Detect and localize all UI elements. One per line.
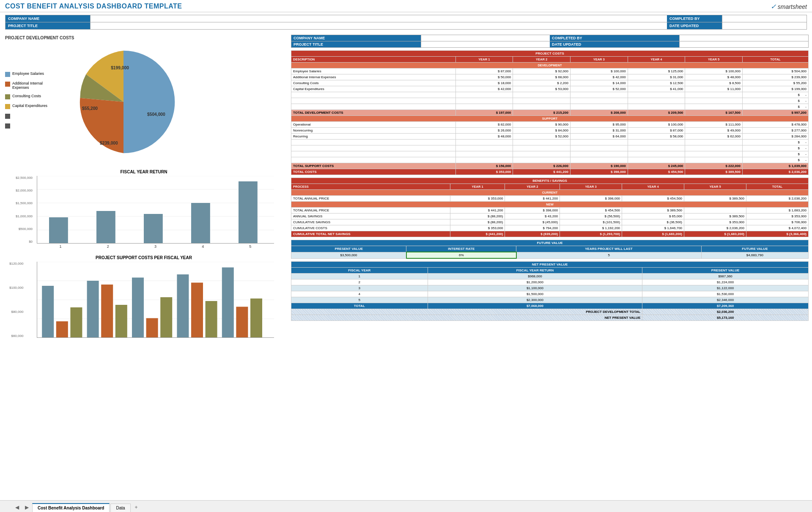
bar2-non-4: [191, 283, 203, 338]
table-row: Operational $ 82,000$ 90,000$ 95,000$ 10…: [291, 122, 809, 128]
bar2-op-5: [222, 268, 234, 338]
pie-label-4: $199,000: [111, 66, 129, 70]
company-name-label: COMPANY NAME: [5, 15, 90, 22]
bar2-rec-2: [115, 305, 127, 338]
bar1-bar-2: [96, 211, 115, 244]
annual-savings-row: ANNUAL SAVINGS $ (88,200)$ 43,200$ (56,5…: [291, 214, 809, 219]
bar2-op-2: [87, 281, 99, 338]
legend-label-3: Consulting Costs: [12, 94, 41, 98]
tab-data[interactable]: Data: [110, 504, 130, 510]
pie-label-2: $239,000: [100, 141, 118, 145]
new-total-row: TOTAL ANNUAL PRICE $ 441,200$ 398,000$ 4…: [291, 208, 809, 214]
legend-color-2: [5, 82, 10, 87]
bar1-title: FISCAL YEAR RETURN: [5, 170, 283, 174]
total-costs-row: TOTAL COSTS $ 353,000$ 441,200$ 398,000$…: [291, 169, 809, 175]
pc-section-header: PROJECT COSTS: [291, 51, 809, 57]
project-costs-table: PROJECT COSTS DESCRIPTION YEAR 1 YEAR 2 …: [291, 50, 809, 175]
date-updated-label: DATE UPDATED: [667, 22, 722, 29]
pie-chart: $504,000 $239,000 $55,200 $199,000: [64, 43, 183, 161]
tab-dashboard[interactable]: Cost Benefit Analysis Dashboard: [32, 503, 110, 510]
legend-color-6: [5, 123, 10, 129]
pie-svg: $504,000 $239,000 $55,200 $199,000: [64, 43, 183, 161]
bar2-non-1: [56, 321, 68, 338]
right-panel: COMPANY NAME COMPLETED BY PROJECT TITLE …: [288, 32, 812, 510]
bar2-non-5: [236, 307, 248, 338]
col-y4: YEAR 4: [628, 57, 685, 63]
legend-item-6: [5, 123, 60, 129]
tab-next-nav[interactable]: ▶: [22, 503, 31, 510]
table-row-empty: $ -: [291, 145, 809, 151]
col-y2: YEAR 2: [513, 57, 571, 63]
company-name-value[interactable]: [90, 15, 667, 22]
legend-item-1: Employee Salaries: [5, 71, 60, 77]
legend-item-4: Capital Expenditures: [5, 104, 60, 109]
rp-completed-label: COMPLETED BY: [550, 35, 679, 41]
page-title: COST BENEFIT ANALYSIS DASHBOARD TEMPLATE: [5, 3, 182, 10]
bar2-rec-5: [250, 298, 262, 338]
bar1-bar-5: [239, 181, 258, 244]
npv-section-header: NET PRESENT VALUE: [291, 262, 809, 268]
fv-interest-rate[interactable]: 6%: [406, 252, 516, 258]
completed-by-value[interactable]: [722, 15, 807, 22]
npv-row-1: 1$968,000$987,360: [291, 274, 809, 279]
left-panel: PROJECT DEVELOPMENT COSTS Employee Salar…: [0, 32, 288, 510]
table-row: Employee Salaries $ 87,000$ 92,000$ 100,…: [291, 68, 809, 74]
legend-color-4: [5, 104, 10, 109]
bar2-op-3: [132, 278, 144, 338]
current-total-row: TOTAL ANNUAL PRICE $ 353,000$ 441,200$ 3…: [291, 196, 809, 202]
top-bar: COST BENEFIT ANALYSIS DASHBOARD TEMPLATE…: [0, 0, 812, 12]
fv-present-value: $3,500,000: [291, 252, 406, 258]
project-title-label: PROJECT TITLE: [5, 22, 90, 29]
legend-label-2: Additional Internal Expenses: [12, 81, 60, 90]
pie-legend: Employee Salaries Additional Internal Ex…: [5, 71, 60, 133]
table-row-empty: $ -: [291, 98, 809, 104]
bar1-bar-1: [49, 217, 68, 244]
legend-item-5: [5, 113, 60, 119]
future-value-table: FUTURE VALUE PRESENT VALUE INTEREST RATE…: [291, 240, 809, 259]
col-total: TOTAL: [742, 57, 808, 63]
tab-bar: ◀ ▶ Cost Benefit Analysis Dashboard Data…: [0, 500, 812, 510]
rp-project-label: PROJECT TITLE: [291, 41, 421, 47]
tab-add-button[interactable]: +: [132, 503, 141, 510]
fv-future-value: $4,683,790: [701, 252, 808, 258]
bar2-non-3: [146, 318, 158, 338]
rp-date-value[interactable]: [679, 41, 809, 47]
bar1-x-labels: 1 2 3 4 5: [37, 244, 274, 249]
table-row-empty: $ -: [291, 151, 809, 157]
npv-table: NET PRESENT VALUE FISCAL YEAR FISCAL YEA…: [291, 261, 809, 321]
total-dev-row: TOTAL DEVELOPMENT COSTS $ 197,000$ 215,2…: [291, 110, 809, 116]
total-support-row: TOTAL SUPPORT COSTS $ 156,000$ 226,000$ …: [291, 163, 809, 169]
bar2-rec-3: [160, 297, 172, 338]
bar1-svg: [37, 176, 274, 244]
rp-completed-value[interactable]: [679, 35, 809, 41]
col-y3: YEAR 3: [570, 57, 628, 63]
table-row-empty: $ -: [291, 92, 809, 98]
bar2-op-4: [177, 274, 189, 338]
table-row: Nonrecurring $ 26,000$ 84,000$ 31,000$ 8…: [291, 128, 809, 134]
ben-section-header: BENEFITS / SAVINGS: [291, 178, 809, 184]
date-updated-value[interactable]: [722, 22, 807, 29]
tab-prev-nav[interactable]: ◀: [13, 503, 22, 510]
project-title-value[interactable]: [90, 22, 667, 29]
fv-years: 5: [516, 252, 702, 258]
bar1-y-labels: $2,500,000 $2,000,000 $1,500,000 $1,000,…: [16, 176, 33, 244]
bar2-non-2: [101, 285, 113, 338]
npv-row-2: 2$1,200,000$1,224,000: [291, 279, 809, 285]
legend-label-4: Capital Expenditures: [12, 104, 47, 108]
bar1-bar-4: [191, 203, 210, 244]
npv-row-5: 5$2,300,000$2,346,000: [291, 297, 809, 303]
bar-chart-2-section: PROJECT SUPPORT COSTS PER FISCAL YEAR $1…: [5, 255, 283, 338]
cumulative-savings-row: CUMULATIVE SAVINGS $ (88,200)$ (45,000)$…: [291, 219, 809, 225]
col-y5: YEAR 5: [685, 57, 743, 63]
npv-total-row: TOTAL$7,068,000$7,209,360: [291, 303, 809, 309]
bar2-y-labels: $120,000 $100,000 $80,000 $60,000: [9, 262, 23, 338]
cumulative-costs-row: CUMULATIVE COSTS $ 353,000$ 794,200$ 1,1…: [291, 225, 809, 231]
bar2-title: PROJECT SUPPORT COSTS PER FISCAL YEAR: [5, 255, 283, 260]
col-desc: DESCRIPTION: [291, 57, 456, 63]
bar2-rec-4: [206, 301, 217, 338]
rp-company-value[interactable]: [421, 35, 550, 41]
table-row: Capital Expenditures $ 42,000$ 53,000$ 5…: [291, 86, 809, 92]
rp-project-value[interactable]: [421, 41, 550, 47]
bar1-bar-3: [144, 214, 163, 244]
pie-section: Employee Salaries Additional Internal Ex…: [5, 43, 283, 161]
